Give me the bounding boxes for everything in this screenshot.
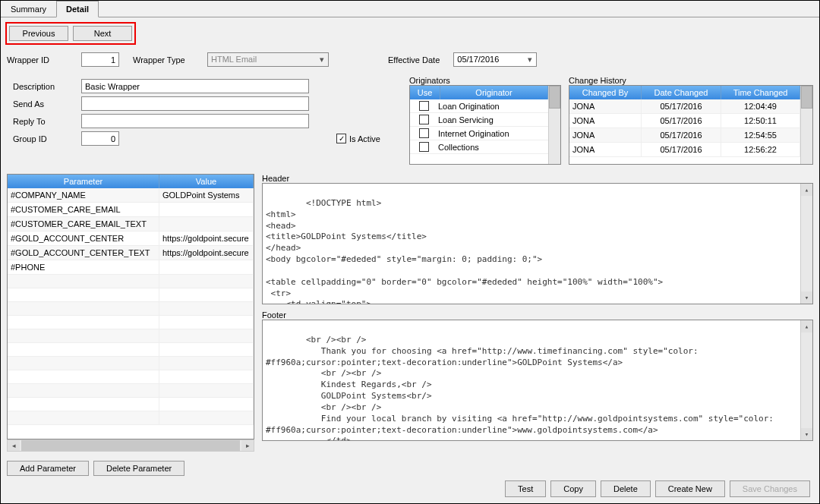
- nav-highlight-box: Previous Next: [5, 22, 136, 45]
- param-row[interactable]: #CUSTOMER_CARE_EMAIL_TEXT: [8, 217, 254, 232]
- originator-checkbox[interactable]: [419, 101, 429, 111]
- is-active-label: Is Active: [349, 134, 380, 143]
- history-row[interactable]: JONA05/17/201612:56:22: [569, 143, 800, 157]
- effective-date-label: Effective Date: [388, 55, 440, 65]
- originator-row[interactable]: Loan Servicing: [410, 113, 548, 127]
- param-row[interactable]: #CUSTOMER_CARE_EMAIL: [8, 203, 254, 217]
- param-row[interactable]: #PHONE: [8, 260, 254, 275]
- param-name: #COMPANY_NAME: [8, 188, 159, 202]
- effective-date-field[interactable]: 05/17/2016 ▾: [453, 52, 537, 67]
- is-active-checkbox[interactable]: [336, 134, 346, 143]
- next-button[interactable]: Next: [73, 26, 132, 41]
- arrow-up-icon: ▴: [801, 184, 813, 196]
- previous-button[interactable]: Previous: [9, 26, 68, 41]
- originators-title: Originators: [409, 76, 561, 85]
- effective-date-value: 05/17/2016: [454, 53, 524, 66]
- history-time: 12:50:11: [721, 114, 800, 128]
- param-row-empty: [8, 343, 254, 357]
- originator-checkbox[interactable]: [419, 142, 429, 152]
- originator-row[interactable]: Internet Origination: [410, 127, 548, 140]
- param-name: #GOLD_ACCOUNT_CENTER: [8, 232, 159, 245]
- history-row[interactable]: JONA05/17/201612:50:11: [569, 114, 800, 128]
- arrow-left-icon: ◂: [8, 440, 20, 451]
- reply-to-field[interactable]: [81, 114, 309, 128]
- originator-checkbox[interactable]: [419, 128, 429, 138]
- param-name: #GOLD_ACCOUNT_CENTER_TEXT: [8, 246, 159, 260]
- history-row[interactable]: JONA05/17/201612:04:49: [569, 99, 800, 114]
- footer-scrollbar[interactable]: ▴ ▾: [800, 320, 812, 440]
- history-col-time: Time Changed: [721, 86, 800, 99]
- delete-parameter-button[interactable]: Delete Parameter: [93, 461, 184, 476]
- history-date: 05/17/2016: [642, 114, 721, 128]
- footer-label: Footer: [262, 310, 813, 320]
- chevron-down-icon: ▾: [524, 53, 536, 66]
- test-button[interactable]: Test: [505, 480, 546, 497]
- originator-name: Internet Origination: [438, 129, 509, 138]
- chevron-down-icon: ▾: [316, 53, 328, 66]
- header-textarea[interactable]: <!DOCTYPE html> <html> <head> <title>GOL…: [262, 183, 813, 304]
- param-row-empty: [8, 370, 254, 384]
- param-row-empty: [8, 357, 254, 370]
- param-value: [159, 203, 254, 216]
- header-label: Header: [262, 174, 813, 183]
- originator-checkbox[interactable]: [419, 115, 429, 124]
- footer-textarea[interactable]: <br /><br /> Thank you for choosing <a h…: [262, 320, 813, 441]
- send-as-field[interactable]: [81, 96, 309, 111]
- send-as-label: Send As: [13, 99, 74, 109]
- param-value: https://goldpoint.secure: [159, 232, 254, 245]
- wrapper-id-label: Wrapper ID: [7, 55, 68, 65]
- param-name: #CUSTOMER_CARE_EMAIL_TEXT: [8, 217, 159, 231]
- originators-col-originator: Originator: [440, 86, 548, 99]
- history-col-by: Changed By: [569, 86, 642, 99]
- param-col-parameter: Parameter: [8, 175, 159, 188]
- originator-name: Loan Servicing: [438, 115, 494, 124]
- param-hscrollbar[interactable]: ◂ ▸: [7, 439, 254, 452]
- wrapper-type-label: Wrapper Type: [133, 55, 194, 65]
- arrow-up-icon: ▴: [801, 320, 813, 332]
- group-id-field[interactable]: [81, 131, 119, 146]
- tab-detail[interactable]: Detail: [56, 1, 99, 17]
- reply-to-label: Reply To: [13, 117, 74, 126]
- change-history-title: Change History: [569, 76, 813, 85]
- create-new-button[interactable]: Create New: [655, 480, 725, 497]
- param-col-value: Value: [159, 175, 254, 188]
- param-value: [159, 217, 254, 231]
- originators-scrollbar[interactable]: [548, 86, 560, 164]
- history-by: JONA: [569, 143, 642, 156]
- history-scrollbar[interactable]: [800, 86, 812, 164]
- save-changes-button[interactable]: Save Changes: [730, 480, 810, 497]
- wrapper-type-select[interactable]: HTML Email ▾: [207, 52, 329, 67]
- history-time: 12:56:22: [721, 143, 800, 156]
- originator-row[interactable]: Collections: [410, 140, 548, 154]
- add-parameter-button[interactable]: Add Parameter: [7, 461, 89, 476]
- param-row[interactable]: #GOLD_ACCOUNT_CENTER_TEXThttps://goldpoi…: [8, 246, 254, 260]
- history-time: 12:54:55: [721, 128, 800, 142]
- history-date: 05/17/2016: [642, 128, 721, 142]
- param-row[interactable]: #COMPANY_NAMEGOLDPoint Systems: [8, 188, 254, 203]
- param-row-empty: [8, 398, 254, 411]
- wrapper-id-field[interactable]: [81, 52, 119, 67]
- param-row-empty: [8, 302, 254, 316]
- footer-content: <br /><br /> Thank you for choosing <a h…: [266, 335, 779, 441]
- history-by: JONA: [569, 128, 642, 142]
- history-by: JONA: [569, 99, 642, 113]
- param-row-empty: [8, 384, 254, 398]
- param-name: #CUSTOMER_CARE_EMAIL: [8, 203, 159, 216]
- param-row-empty: [8, 275, 254, 288]
- param-row-empty: [8, 288, 254, 302]
- header-scrollbar[interactable]: ▴ ▾: [800, 184, 812, 304]
- originators-col-use: Use: [410, 86, 440, 99]
- description-field[interactable]: [81, 79, 309, 93]
- group-id-label: Group ID: [13, 134, 74, 143]
- header-content: <!DOCTYPE html> <html> <head> <title>GOL…: [266, 198, 663, 304]
- delete-button[interactable]: Delete: [601, 480, 651, 497]
- param-value: https://goldpoint.secure: [159, 246, 254, 260]
- param-row-empty: [8, 316, 254, 329]
- history-date: 05/17/2016: [642, 143, 721, 156]
- tab-summary[interactable]: Summary: [1, 1, 56, 17]
- history-row[interactable]: JONA05/17/201612:54:55: [569, 128, 800, 143]
- originator-row[interactable]: Loan Origination: [410, 99, 548, 113]
- copy-button[interactable]: Copy: [550, 480, 596, 497]
- param-row[interactable]: #GOLD_ACCOUNT_CENTERhttps://goldpoint.se…: [8, 232, 254, 246]
- history-time: 12:04:49: [721, 99, 800, 113]
